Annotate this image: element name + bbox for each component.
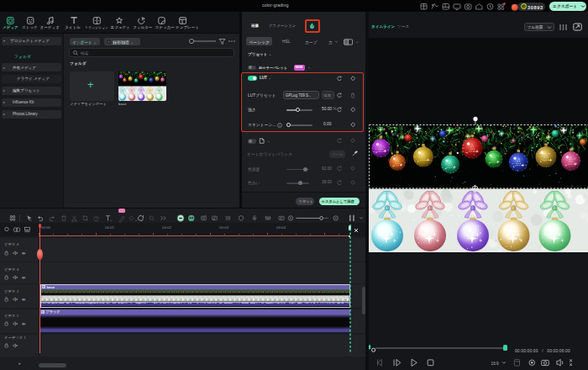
svg-text:30893: 30893 (528, 4, 543, 9)
svg-text:16:9: 16:9 (491, 361, 499, 365)
